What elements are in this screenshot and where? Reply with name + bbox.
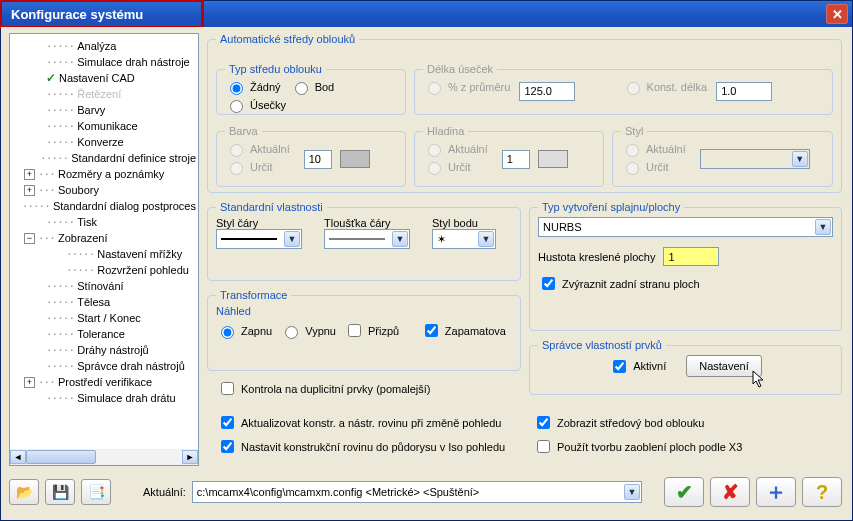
scroll-right-icon[interactable]: ►: [182, 450, 198, 464]
legend: Automatické středy oblouků: [216, 33, 359, 45]
const-input[interactable]: [716, 82, 772, 101]
tree-item-selected: ✓Nastavení CAD: [12, 70, 196, 86]
color-group: Barva Aktuální Určit: [216, 125, 406, 187]
dup-check[interactable]: Kontrola na duplicitní prvky (pomalejší): [217, 379, 431, 398]
chevron-down-icon[interactable]: ▼: [284, 231, 300, 247]
chevron-down-icon[interactable]: ▼: [624, 484, 640, 500]
config-path-combo[interactable]: c:\mcamx4\config\mcamxm.config <Metrické…: [192, 481, 642, 503]
pct-input[interactable]: [519, 82, 575, 101]
tree-item: ····· Konverze: [12, 134, 196, 150]
arc-type-group: Typ středu oblouku Žádný Bod Úsečky: [216, 63, 406, 115]
cancel-button[interactable]: ✘: [710, 477, 750, 507]
tree-item: ····· Barvy: [12, 102, 196, 118]
settings-button[interactable]: Nastavení: [686, 355, 762, 377]
remember-check[interactable]: Zapamatova: [421, 321, 506, 340]
radio-color-set: Určit: [225, 159, 273, 175]
chevron-down-icon: ▼: [792, 151, 808, 167]
update-check[interactable]: Aktualizovat konstr. a nástr. rovinu při…: [217, 413, 501, 432]
bottom-bar: 📂 💾 📑 Aktuální: c:\mcamx4\config\mcamxm.…: [9, 472, 842, 512]
radio-lines[interactable]: Úsečky: [225, 97, 286, 113]
body: ····· Analýza ····· Simulace drah nástro…: [1, 27, 852, 520]
active-check[interactable]: Aktivní: [609, 357, 666, 376]
tree-item: ····· Start / Konec: [12, 310, 196, 326]
tree-item: ····· Standardní dialog postproces: [12, 198, 196, 214]
merge-button[interactable]: 📑: [81, 479, 111, 505]
chevron-down-icon[interactable]: ▼: [815, 219, 831, 235]
radio-style-set: Určit: [621, 159, 669, 175]
close-button[interactable]: ✕: [826, 4, 848, 24]
save-button[interactable]: 💾: [45, 479, 75, 505]
label: Styl čáry: [216, 217, 302, 229]
help-button[interactable]: ?: [802, 477, 842, 507]
style-combo: ▼: [700, 149, 810, 169]
tree-item: ····· Tělesa: [12, 294, 196, 310]
radio-none[interactable]: Žádný: [225, 79, 281, 95]
tree[interactable]: ····· Analýza ····· Simulace drah nástro…: [9, 33, 199, 466]
label: Aktuální:: [143, 486, 186, 498]
density-input[interactable]: [663, 247, 719, 266]
radio-layer-current: Aktuální: [423, 141, 488, 157]
tree-list: ····· Analýza ····· Simulace drah nástro…: [10, 34, 198, 424]
entity-manager-group: Správce vlastností prvků Aktivní Nastave…: [529, 339, 842, 395]
tree-item: ····· Řetězení: [12, 86, 196, 102]
tree-item: +··· Soubory: [12, 182, 196, 198]
ok-button[interactable]: ✔: [664, 477, 704, 507]
radio-style-current: Aktuální: [621, 141, 686, 157]
show-center-check[interactable]: Zobrazit středový bod oblouku: [533, 413, 704, 432]
tree-item: +··· Rozměry a poznámky: [12, 166, 196, 182]
star-icon: ✶: [437, 233, 446, 246]
titlebar: Konfigurace systému ✕: [1, 1, 852, 27]
window-title: Konfigurace systému: [5, 7, 143, 22]
tree-item: ····· Analýza: [12, 38, 196, 54]
tree-item: ····· Tolerance: [12, 326, 196, 342]
layer-group: Hladina Aktuální Určit: [414, 125, 604, 187]
tree-item: −··· Zobrazení: [12, 230, 196, 246]
label: Styl bodu: [432, 217, 496, 229]
scroll-thumb[interactable]: [26, 450, 96, 464]
expand-icon[interactable]: +: [24, 169, 35, 180]
chevron-down-icon[interactable]: ▼: [478, 231, 494, 247]
tree-item: ····· Simulace drah drátu: [12, 390, 196, 406]
tree-item: ····· Správce drah nástrojů: [12, 358, 196, 374]
expand-icon[interactable]: +: [24, 377, 35, 388]
style-group: Styl Aktuální Určit ▼: [612, 125, 833, 187]
expand-icon[interactable]: +: [24, 185, 35, 196]
tree-item: ····· Dráhy nástrojů: [12, 342, 196, 358]
color-swatch[interactable]: [340, 150, 370, 168]
color-value[interactable]: [304, 150, 332, 169]
label: Tloušťka čáry: [324, 217, 410, 229]
radio-preview-on[interactable]: Zapnu: [216, 323, 272, 339]
label: Náhled: [216, 305, 512, 317]
radio-preview-off[interactable]: Vypnu: [280, 323, 336, 339]
add-button[interactable]: ＋: [756, 477, 796, 507]
collapse-icon[interactable]: −: [24, 233, 35, 244]
radio-point[interactable]: Bod: [290, 79, 335, 95]
spline-type-combo[interactable]: NURBS▼: [538, 217, 833, 237]
line-width-combo[interactable]: ▼: [324, 229, 410, 249]
label: Hustota kreslené plochy: [538, 251, 655, 263]
tree-item: ····· Rozvržení pohledu: [12, 262, 196, 278]
open-folder-button[interactable]: 📂: [9, 479, 39, 505]
tree-item: ····· Nastavení mřížky: [12, 246, 196, 262]
x3-check[interactable]: Použít tvorbu zaoblení ploch podle X3: [533, 437, 742, 456]
layer-swatch-icon[interactable]: [538, 150, 568, 168]
fit-check[interactable]: Přizpů: [344, 321, 399, 340]
spline-group: Typ vytvoření splajnu/plochy NURBS▼ Hust…: [529, 201, 842, 331]
tree-item: ····· Simulace drah nástroje: [12, 54, 196, 70]
iso-check[interactable]: Nastavit konstrukční rovinu do půdorysu …: [217, 437, 505, 456]
radio-pct: % z průměru: [423, 79, 510, 95]
highlight-back-check[interactable]: Zvýraznit zadní stranu ploch: [538, 274, 700, 293]
tree-scrollbar[interactable]: ◄ ►: [10, 449, 198, 465]
window: Konfigurace systému ✕ ····· Analýza ····…: [0, 0, 853, 521]
tree-item: ····· Standardní definice stroje: [12, 150, 196, 166]
line-length-group: Délka úseček % z průměru Konst. délka: [414, 63, 833, 115]
settings-panel: Automatické středy oblouků Typ středu ob…: [207, 33, 842, 466]
scroll-left-icon[interactable]: ◄: [10, 450, 26, 464]
radio-color-current: Aktuální: [225, 141, 290, 157]
check-icon: ✓: [46, 71, 56, 85]
layer-value[interactable]: [502, 150, 530, 169]
std-props-group: Standardní vlastnosti Styl čáry ▼ Tloušť…: [207, 201, 521, 281]
point-style-combo[interactable]: ✶ ▼: [432, 229, 496, 249]
chevron-down-icon[interactable]: ▼: [392, 231, 408, 247]
line-style-combo[interactable]: ▼: [216, 229, 302, 249]
